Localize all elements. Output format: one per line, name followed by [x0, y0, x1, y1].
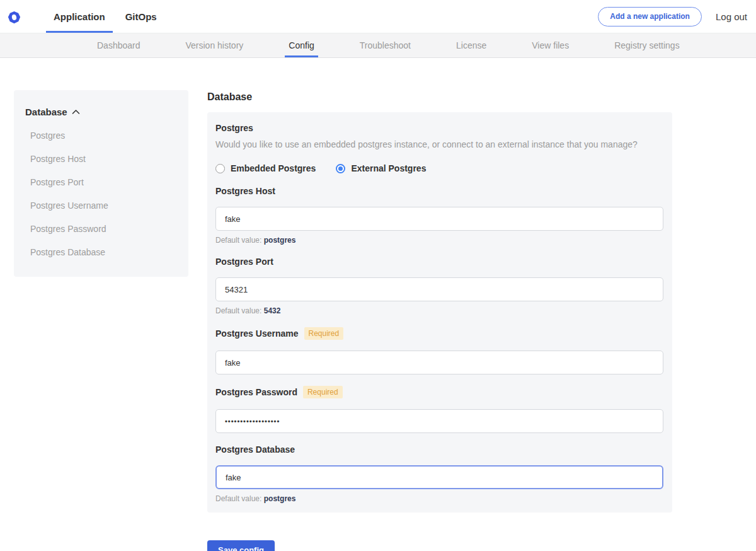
- default-label: Default value:: [215, 494, 261, 503]
- header-tabs: Application GitOps: [46, 0, 169, 33]
- field-label-row: Postgres Port: [215, 257, 663, 267]
- sidebar-group-label: Database: [25, 107, 67, 117]
- subnav-registry-settings[interactable]: Registry settings: [610, 33, 683, 57]
- postgres-port-default-helper: Default value: 5432: [215, 306, 663, 315]
- postgres-username-input[interactable]: [215, 351, 663, 374]
- postgres-database-default-helper: Default value: postgres: [215, 494, 663, 503]
- header-right: Add a new application Log out: [598, 7, 747, 26]
- subnav-dashboard[interactable]: Dashboard: [93, 33, 144, 57]
- postgres-host-input[interactable]: [215, 207, 663, 231]
- required-badge: Required: [303, 386, 343, 398]
- postgres-port-label: Postgres Port: [215, 257, 273, 267]
- postgres-username-label: Postgres Username: [215, 328, 299, 339]
- subnav-view-files[interactable]: View files: [528, 33, 573, 57]
- field-label-row: Postgres Password Required: [215, 386, 663, 398]
- default-label: Default value:: [215, 236, 261, 245]
- app-logo-icon: [8, 11, 21, 24]
- config-sidebar: Database Postgres Postgres Host Postgres…: [14, 90, 188, 277]
- subnav-troubleshoot[interactable]: Troubleshoot: [356, 33, 415, 57]
- postgres-host-default-helper: Default value: postgres: [215, 236, 663, 245]
- group-label-postgres: Postgres: [215, 123, 663, 133]
- tab-gitops[interactable]: GitOps: [118, 0, 164, 33]
- subnav-version-history[interactable]: Version history: [182, 33, 248, 57]
- radio-embedded-postgres[interactable]: Embedded Postgres: [215, 163, 316, 173]
- config-group-panel: Postgres Would you like to use an embedd…: [207, 112, 672, 513]
- default-value: 5432: [264, 306, 281, 315]
- postgres-database-input[interactable]: [215, 465, 663, 489]
- default-value: postgres: [264, 236, 296, 245]
- default-label: Default value:: [215, 306, 261, 315]
- radio-unchecked-icon[interactable]: [215, 164, 225, 173]
- app-header: Application GitOps Add a new application…: [0, 0, 756, 33]
- field-label-row: Postgres Username Required: [215, 327, 663, 340]
- section-title: Database: [207, 91, 672, 103]
- default-value: postgres: [264, 494, 296, 503]
- logout-link[interactable]: Log out: [716, 11, 747, 22]
- add-new-application-button[interactable]: Add a new application: [598, 7, 702, 26]
- field-label-row: Postgres Database: [215, 444, 663, 455]
- app-subnav: Dashboard Version history Config Trouble…: [0, 33, 756, 58]
- sidebar-item-postgres-host[interactable]: Postgres Host: [30, 154, 176, 164]
- postgres-database-label: Postgres Database: [215, 444, 295, 455]
- sidebar-item-postgres-port[interactable]: Postgres Port: [30, 177, 176, 187]
- radio-external-postgres[interactable]: External Postgres: [336, 163, 426, 173]
- postgres-password-input[interactable]: [215, 409, 663, 433]
- radio-embedded-label: Embedded Postgres: [231, 163, 316, 173]
- postgres-mode-radio-group: Embedded Postgres External Postgres: [215, 163, 663, 173]
- field-label-row: Postgres Host: [215, 186, 663, 196]
- group-description: Would you like to use an embedded postgr…: [215, 139, 663, 149]
- required-badge: Required: [304, 327, 344, 340]
- chevron-up-icon: [72, 109, 80, 115]
- subnav-license[interactable]: License: [452, 33, 490, 57]
- postgres-host-label: Postgres Host: [215, 186, 275, 196]
- sidebar-item-postgres-username[interactable]: Postgres Username: [30, 200, 176, 211]
- postgres-password-label: Postgres Password: [215, 387, 297, 397]
- radio-external-label: External Postgres: [351, 163, 426, 173]
- config-main: Database Postgres Would you like to use …: [207, 91, 672, 551]
- radio-dot: [338, 166, 343, 171]
- sidebar-item-postgres-database[interactable]: Postgres Database: [30, 247, 176, 257]
- content-area: Database Postgres Postgres Host Postgres…: [0, 58, 756, 551]
- sidebar-item-postgres-password[interactable]: Postgres Password: [30, 224, 176, 234]
- subnav-config[interactable]: Config: [285, 33, 318, 57]
- save-config-button[interactable]: Save config: [207, 540, 275, 551]
- sidebar-item-postgres[interactable]: Postgres: [30, 130, 176, 141]
- postgres-port-input[interactable]: [215, 277, 663, 301]
- sidebar-group-database[interactable]: Database: [25, 107, 176, 117]
- tab-application[interactable]: Application: [46, 0, 113, 33]
- radio-checked-icon[interactable]: [336, 164, 345, 173]
- sidebar-item-list: Postgres Postgres Host Postgres Port Pos…: [25, 130, 176, 257]
